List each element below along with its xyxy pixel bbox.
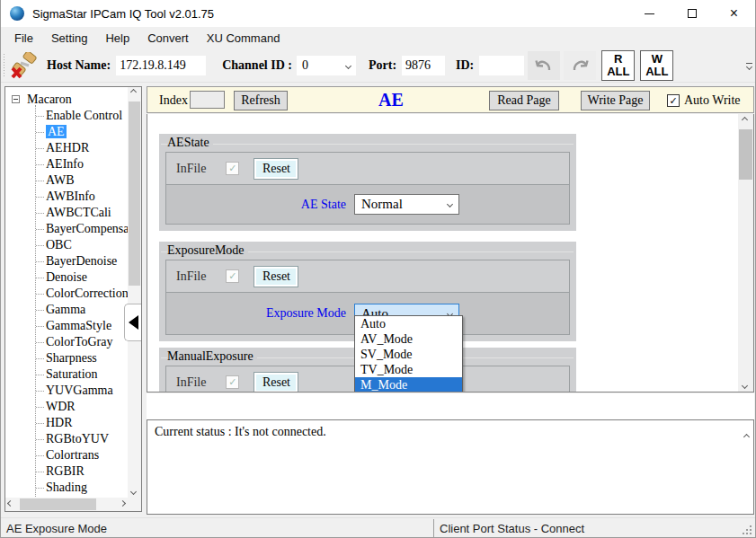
tree-horizontal-scrollbar[interactable]: [5, 498, 128, 511]
tree-item-label: AEInfo: [46, 157, 84, 171]
tree-item[interactable]: HDR: [5, 415, 128, 431]
redo-button[interactable]: [564, 51, 596, 80]
tree-item[interactable]: Enable Control: [5, 108, 128, 124]
reset-button[interactable]: Reset: [253, 266, 298, 287]
scroll-up-icon[interactable]: [744, 427, 749, 443]
tree-vscroll-thumb[interactable]: [129, 101, 140, 286]
tree-item-label: ColorToGray: [46, 335, 112, 348]
infile-label: InFile: [176, 269, 206, 284]
tree-item[interactable]: Sharpness: [5, 350, 128, 366]
tree-item[interactable]: RGBIR: [5, 463, 128, 480]
tree-item[interactable]: Gamma: [5, 302, 128, 318]
maximize-button[interactable]: [671, 0, 713, 27]
resize-grip-icon[interactable]: [742, 525, 753, 536]
read-page-button[interactable]: Read Page: [489, 91, 559, 110]
toolbar-overflow-button[interactable]: [746, 63, 752, 69]
index-input[interactable]: [190, 91, 225, 109]
tree-item[interactable]: Shading: [5, 480, 128, 496]
write-all-all: ALL: [645, 66, 668, 78]
scrollbar-corner: [128, 498, 141, 511]
tree-item[interactable]: WDR: [5, 399, 128, 415]
menu-setting[interactable]: Setting: [42, 28, 96, 49]
tree-item[interactable]: AE: [5, 124, 128, 140]
minimize-button[interactable]: [628, 0, 671, 27]
tree-item[interactable]: ColorCorrection: [5, 286, 128, 302]
tree-item[interactable]: BayerDenoise: [5, 253, 128, 269]
port-input[interactable]: [402, 56, 445, 75]
panel-collapse-button[interactable]: [124, 304, 141, 341]
tree-item-label: WDR: [46, 400, 76, 413]
tree-item[interactable]: YUVGamma: [5, 383, 128, 399]
tree-item-label: AWB: [46, 173, 75, 187]
tree-item[interactable]: AWBCTCali: [5, 205, 128, 221]
ae-state-combo[interactable]: Normal: [354, 194, 459, 215]
tree-item[interactable]: RGBtoYUV: [5, 431, 128, 447]
tree-item[interactable]: AEInfo: [5, 156, 128, 172]
scroll-up-icon[interactable]: [743, 118, 747, 122]
tree-item-label: ColorCorrection: [46, 287, 128, 300]
app-icon: [10, 6, 24, 21]
tree-item[interactable]: Saturation: [5, 366, 128, 383]
menu-convert[interactable]: Convert: [138, 28, 198, 49]
toolbar-grip[interactable]: [3, 54, 5, 77]
title-bar: SigmaStar IPCam IQ Tool v2.01.75 ×: [1, 0, 755, 27]
infile-label: InFile: [176, 162, 206, 176]
scroll-down-icon[interactable]: [743, 384, 747, 388]
id-input[interactable]: [479, 56, 524, 75]
check-icon: ✓: [669, 96, 677, 106]
tree-hscroll-thumb[interactable]: [20, 498, 96, 510]
tree-item[interactable]: OBC: [5, 237, 128, 253]
host-name-input[interactable]: [116, 56, 206, 75]
auto-write-checkbox[interactable]: ✓: [667, 94, 680, 107]
tree-item-label: Shading: [46, 481, 87, 494]
ae-state-value: Normal: [361, 197, 403, 212]
close-button[interactable]: ×: [713, 0, 755, 27]
undo-button[interactable]: [528, 51, 560, 80]
write-all-button[interactable]: W ALL: [640, 50, 673, 81]
write-page-button[interactable]: Write Page: [581, 91, 650, 110]
tree-root-label: Macaron: [27, 93, 72, 106]
tree-item[interactable]: Colortrans: [5, 447, 128, 463]
dropdown-option[interactable]: SV_Mode: [355, 347, 462, 362]
infile-checkbox[interactable]: ✓: [226, 269, 239, 283]
tree-item[interactable]: AWB: [5, 172, 128, 189]
reset-button[interactable]: Reset: [253, 372, 298, 393]
content-vscroll-thumb[interactable]: [739, 129, 752, 180]
scroll-up-icon[interactable]: [131, 90, 136, 94]
menu-xu-command[interactable]: XU Command: [198, 28, 289, 49]
disconnect-icon[interactable]: [9, 52, 40, 79]
infile-checkbox[interactable]: ✓: [226, 375, 239, 389]
tree-item[interactable]: AEHDR: [5, 140, 128, 156]
read-all-button[interactable]: R ALL: [601, 50, 635, 81]
refresh-button[interactable]: Refresh: [234, 91, 288, 110]
scroll-down-icon[interactable]: [131, 489, 136, 494]
tree-item[interactable]: BayerCompensation: [5, 221, 128, 237]
status-divider: [433, 519, 434, 537]
tree-vertical-scrollbar[interactable]: [128, 87, 141, 498]
tree-item[interactable]: GammaStyle: [5, 318, 128, 334]
group-aestate: AEState InFile ✓ Reset AE State Normal: [159, 134, 576, 231]
tree-item[interactable]: Denoise: [5, 269, 128, 286]
close-icon: ×: [730, 5, 738, 22]
scroll-right-icon[interactable]: [120, 501, 125, 506]
channel-id-combo[interactable]: 0: [297, 56, 356, 75]
tree-root-item[interactable]: Macaron: [5, 92, 128, 108]
chevron-down-icon: [447, 201, 453, 207]
scroll-left-icon[interactable]: [8, 501, 13, 506]
tree-item[interactable]: AWBInfo: [5, 189, 128, 205]
dropdown-option[interactable]: Auto: [355, 316, 462, 331]
content-vertical-scrollbar[interactable]: [738, 114, 753, 392]
dropdown-option[interactable]: TV_Mode: [355, 362, 462, 377]
reset-button[interactable]: Reset: [253, 158, 298, 180]
menu-help[interactable]: Help: [96, 28, 138, 49]
infile-checkbox[interactable]: ✓: [226, 162, 239, 175]
dropdown-option[interactable]: M_Mode: [355, 377, 462, 392]
tree-item[interactable]: ColorToGray: [5, 334, 128, 350]
menu-file[interactable]: File: [5, 28, 42, 49]
tree-item-label: RGBtoYUV: [46, 432, 109, 445]
overflow-chevron-icon: [746, 63, 752, 69]
tree-item-label: AE: [46, 125, 67, 138]
splitter-strip[interactable]: [147, 393, 754, 419]
collapse-expander-icon[interactable]: [12, 95, 20, 103]
dropdown-option[interactable]: AV_Mode: [355, 331, 462, 347]
